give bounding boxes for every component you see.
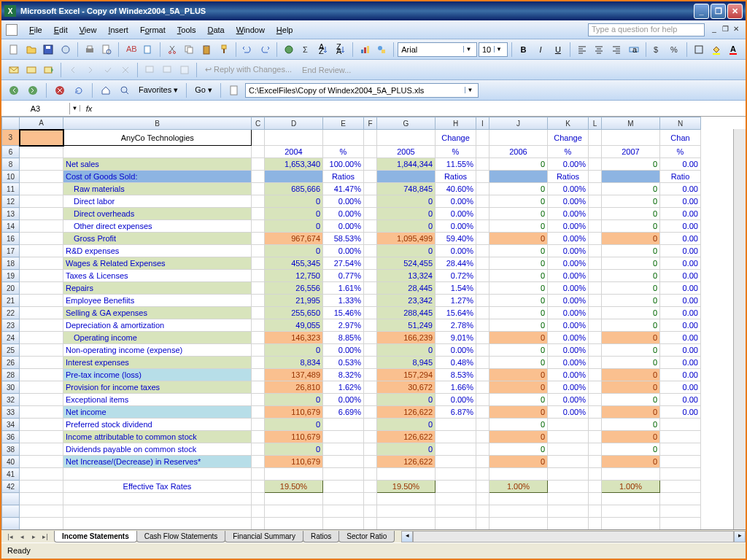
change-label[interactable]: Chan: [660, 130, 701, 146]
cell[interactable]: [602, 518, 660, 530]
rawmat-2005[interactable]: 748,845: [377, 183, 436, 195]
rawmat-label[interactable]: Raw materials: [63, 183, 252, 195]
cell[interactable]: 0: [377, 419, 436, 431]
cell[interactable]: 0.00%: [548, 245, 589, 257]
cell[interactable]: [589, 518, 602, 530]
cell[interactable]: 0: [602, 233, 660, 245]
cell[interactable]: [476, 344, 489, 357]
cell[interactable]: Ratio: [660, 171, 701, 183]
cell[interactable]: [436, 505, 476, 518]
cell[interactable]: 0.00%: [323, 195, 364, 208]
cell[interactable]: [20, 381, 63, 394]
rawmat-2006[interactable]: 0: [489, 183, 548, 195]
review-comment-button[interactable]: [142, 62, 158, 78]
cell[interactable]: 157,294: [377, 369, 436, 381]
cell[interactable]: [252, 295, 265, 307]
cell[interactable]: 1.27%: [436, 295, 476, 307]
cell[interactable]: [589, 282, 602, 295]
worksheet-grid[interactable]: ABCDEFGHIJKLMN 3AnyCo TechnologiesChange…: [1, 117, 746, 529]
cell[interactable]: 0: [489, 233, 548, 245]
cell[interactable]: 0: [489, 419, 548, 431]
cell[interactable]: [377, 468, 436, 481]
cell[interactable]: 0.00: [660, 369, 701, 381]
col-header-F[interactable]: F: [364, 117, 377, 130]
cell[interactable]: [364, 394, 377, 406]
row-header-21[interactable]: 21: [2, 295, 20, 307]
cell[interactable]: [323, 419, 364, 431]
cell[interactable]: 0: [602, 332, 660, 344]
col-header-C[interactable]: C: [252, 117, 265, 130]
doverh-2005[interactable]: 0: [377, 208, 436, 220]
formula-input[interactable]: [98, 107, 746, 110]
row-header-11[interactable]: 11: [2, 183, 20, 195]
cell[interactable]: [364, 381, 377, 394]
cell[interactable]: [20, 270, 63, 282]
cell[interactable]: [489, 171, 548, 183]
cut-button[interactable]: [164, 42, 180, 58]
cell[interactable]: [476, 431, 489, 443]
cell[interactable]: [589, 307, 602, 319]
cell[interactable]: [364, 468, 377, 481]
cell[interactable]: [252, 245, 265, 257]
doc-restore-button[interactable]: ❐: [720, 25, 730, 35]
col-header-G[interactable]: G: [377, 117, 436, 130]
sort-desc-button[interactable]: ZA: [333, 42, 349, 58]
cell[interactable]: 0.00%: [323, 208, 364, 220]
cell[interactable]: 2.78%: [436, 319, 476, 332]
cell[interactable]: [476, 270, 489, 282]
cell[interactable]: [20, 344, 63, 357]
cell[interactable]: 1.00%: [489, 481, 548, 493]
chart-wizard-button[interactable]: [357, 42, 373, 58]
cell[interactable]: 0: [489, 431, 548, 443]
cell[interactable]: [589, 443, 602, 456]
cell[interactable]: [476, 146, 489, 158]
cell[interactable]: [589, 319, 602, 332]
cell[interactable]: 8.32%: [323, 369, 364, 381]
cell[interactable]: [602, 468, 660, 481]
cell[interactable]: [548, 419, 589, 431]
row-header-34[interactable]: 34: [2, 419, 20, 431]
fx-icon[interactable]: fx: [80, 103, 98, 114]
research-button[interactable]: [140, 42, 156, 58]
cell[interactable]: 0.00: [660, 381, 701, 394]
taxes-2006[interactable]: 0: [489, 270, 548, 282]
tab-last-button[interactable]: ▸|: [39, 533, 51, 540]
cell[interactable]: [548, 518, 589, 530]
cell[interactable]: [20, 518, 63, 530]
cell[interactable]: [489, 130, 548, 146]
row-header-19[interactable]: 19: [2, 270, 20, 282]
cell[interactable]: [20, 183, 63, 195]
doverh-label[interactable]: Direct overheads: [63, 208, 252, 220]
cell[interactable]: [660, 481, 701, 493]
nonop-2006[interactable]: 0: [489, 344, 548, 357]
cell[interactable]: 0.00: [660, 357, 701, 369]
cell[interactable]: 19.50%: [265, 481, 323, 493]
row-header-12[interactable]: 12: [2, 195, 20, 208]
cell[interactable]: [364, 130, 377, 146]
name-box-dropdown[interactable]: ▼: [70, 105, 80, 112]
cell[interactable]: 0.00%: [548, 158, 589, 171]
odirect-label[interactable]: Other direct expenses: [63, 220, 252, 233]
review-update-button[interactable]: [177, 62, 193, 78]
menu-file[interactable]: File: [23, 23, 48, 36]
fill-color-button[interactable]: [708, 42, 724, 58]
cell[interactable]: [660, 456, 701, 468]
except-2005[interactable]: 0: [377, 394, 436, 406]
change-label[interactable]: Change: [548, 130, 589, 146]
col-header-B[interactable]: B: [63, 117, 252, 130]
cell[interactable]: 110,679: [265, 456, 323, 468]
cell[interactable]: Ratios: [548, 171, 589, 183]
cell[interactable]: [323, 481, 364, 493]
cell[interactable]: [589, 344, 602, 357]
cell[interactable]: [489, 518, 548, 530]
vertical-scrollbar[interactable]: [733, 129, 746, 529]
dlabor-label[interactable]: Direct labor: [63, 195, 252, 208]
taxes-2007[interactable]: 0: [602, 270, 660, 282]
repairs-2007[interactable]: 0: [602, 282, 660, 295]
new-button[interactable]: [6, 42, 22, 58]
cell[interactable]: 0.00%: [548, 183, 589, 195]
cell[interactable]: 0.00%: [548, 208, 589, 220]
cell[interactable]: [252, 456, 265, 468]
cell[interactable]: [265, 493, 323, 505]
repairs-label[interactable]: Repairs: [63, 282, 252, 295]
